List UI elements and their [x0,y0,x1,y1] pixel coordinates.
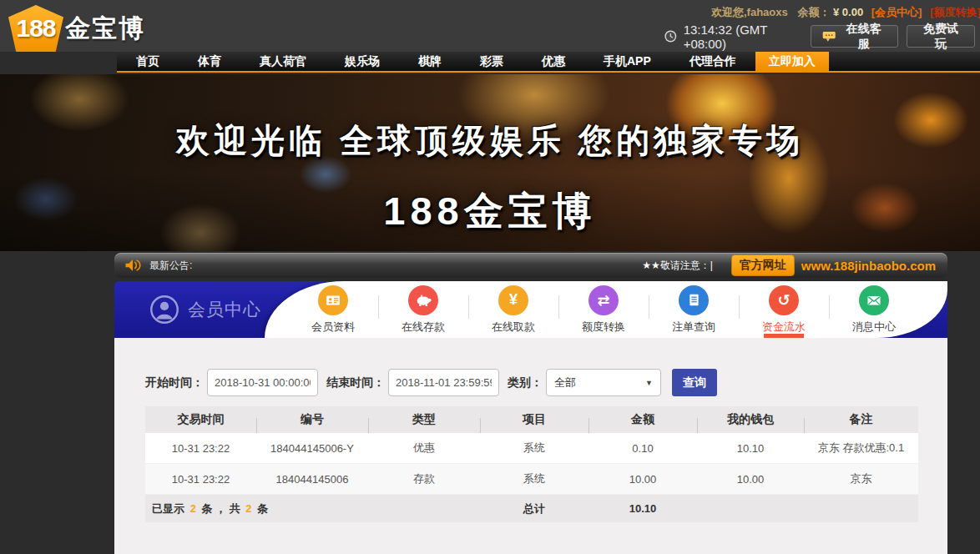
logo-number: 188 [16,14,55,43]
hero-banner: 欢迎光临 全球顶级娱乐 您的独家专场 188金宝博 [0,74,980,251]
tab-bet-records[interactable]: 注单查询 [649,281,739,338]
banner-brand: 188金宝博 [0,185,980,238]
cell-item: 系统 [480,471,589,486]
document-icon [679,285,709,315]
summary-part3: 条 [257,502,268,515]
announcement-label: 最新公告: [149,259,192,273]
official-site-button[interactable]: 官方网址 [731,254,795,276]
header-second-row: 13:14:32 (GMT +08:00) 在线客服 免费试玩 [664,25,975,48]
cell-wallet: 10.10 [697,442,804,455]
piggy-bank-icon [408,285,438,315]
cell-amount: 0.10 [589,442,697,455]
free-trial-button[interactable]: 免费试玩 [907,25,975,48]
total-amount: 10.10 [589,502,697,515]
nav-item-lottery[interactable]: 彩票 [461,52,523,71]
id-card-icon [318,285,348,315]
nav-item-mobile-app[interactable]: 手机APP [584,52,670,71]
welcome-text: 欢迎您,fahaoxs [711,6,788,18]
table-row: 10-31 23:22 184044145006 存款 系统 10.00 10.… [145,464,918,495]
end-time-input[interactable] [388,369,499,396]
clock-icon [664,29,678,43]
table-row: 10-31 23:22 184044145006-Y 优惠 系统 0.10 10… [145,433,918,464]
top-header: 188 金宝博 欢迎您,fahaoxs 余额： ¥ 0.00 [会员中心] [额… [0,0,980,52]
envelope-icon [859,285,889,315]
transfer-icon: ⇄ [589,285,619,315]
site-logo[interactable]: 188 金宝博 [8,5,145,52]
nav-item-board-games[interactable]: 棋牌 [399,52,461,71]
nav-item-sports[interactable]: 体育 [179,52,240,71]
tab-label: 会员资料 [311,320,355,335]
member-center-link[interactable]: [会员中心] [871,6,922,18]
col-header-remark: 备注 [804,412,918,427]
cell-id: 184044145006 [256,473,368,486]
nav-item-promotions[interactable]: 优惠 [523,52,584,71]
tab-credit-transfer[interactable]: ⇄ 额度转换 [558,281,649,338]
tab-online-deposit[interactable]: 在线存款 [378,281,468,338]
nav-item-casino[interactable]: 娱乐场 [326,52,399,71]
col-header-time: 交易时间 [145,412,256,427]
clock-time: 13:14:32 (GMT +08:00) [684,23,811,51]
balance-label: 余额： [797,6,830,18]
announcement-bar: 最新公告: ★★敬请注意：| 官方网址 www.188jinbaobo.com [114,253,947,278]
tab-label: 额度转换 [582,320,625,335]
col-header-id: 编号 [256,412,368,427]
logo-shield-icon: 188 [8,5,63,52]
records-count-summary: 已显示 2 条 ， 共 2 条 [145,501,480,516]
nav-item-home[interactable]: 首页 [117,52,179,71]
content-panel: 开始时间： 结束时间： 类别： 全部 ▼ 查询 交易时间 编号 类型 项目 金额… [114,338,947,554]
header-buttons: 在线客服 免费试玩 [811,25,975,48]
nav-item-live-dealer[interactable]: 真人荷官 [240,52,326,71]
cell-time: 10-31 23:22 [145,442,256,455]
history-icon: ↺ [769,285,799,315]
member-center-heading: 会员中心 [114,281,281,338]
tab-member-profile[interactable]: 会员资料 [288,281,378,338]
chat-icon [822,31,836,42]
col-header-item: 项目 [480,412,589,427]
summary-part1: 已显示 [152,502,184,515]
start-time-input[interactable] [207,369,318,396]
tab-label: 消息中心 [852,320,896,335]
tab-fund-records[interactable]: ↺ 资金流水 [739,281,829,338]
history-glyph: ↺ [777,291,790,310]
person-icon [149,295,179,325]
member-center-bar: 会员中心 会员资料 [114,281,947,338]
page: 188 金宝博 欢迎您,fahaoxs 余额： ¥ 0.00 [会员中心] [额… [0,0,980,554]
type-select[interactable]: 全部 ▼ [546,369,661,396]
announcement-notice: ★★敬请注意：| [642,259,713,273]
tab-label: 资金流水 [762,320,806,335]
summary-part2: 条 ， 共 [201,502,240,515]
end-time-label: 结束时间： [326,375,385,390]
tab-message-center[interactable]: 消息中心 [829,281,919,338]
logo-text: 金宝博 [65,12,145,46]
online-service-label: 在线客服 [841,22,887,52]
tab-label: 在线存款 [402,320,445,335]
credit-transfer-link[interactable]: [额度转换] [930,6,980,18]
balance-value: ¥ 0.00 [833,6,863,18]
col-header-type: 类型 [368,412,480,427]
cell-type: 优惠 [368,441,480,456]
member-tabs-panel: 会员资料 在线存款 [265,281,947,338]
total-label: 总计 [480,501,589,516]
tab-online-withdrawal[interactable]: ¥ 在线取款 [468,281,558,338]
transfer-glyph: ⇄ [597,291,609,310]
yuan-icon: ¥ [498,285,528,315]
nav-item-agent[interactable]: 代理合作 [670,52,755,71]
col-header-amount: 金额 [589,412,697,427]
yuan-glyph: ¥ [509,291,518,309]
online-service-button[interactable]: 在线客服 [811,25,898,48]
join-now-button[interactable]: 立即加入 [755,52,829,71]
banner-headline: 欢迎光临 全球顶级娱乐 您的独家专场 [0,118,980,164]
table-header-row: 交易时间 编号 类型 项目 金额 我的钱包 备注 [145,406,918,433]
official-site-url[interactable]: www.188jinbaobo.com [801,259,936,273]
cell-remark: 京东 [804,471,918,486]
member-center-title: 会员中心 [188,298,261,321]
query-button[interactable]: 查询 [672,369,717,396]
speaker-icon [124,258,141,273]
transactions-table: 交易时间 编号 类型 项目 金额 我的钱包 备注 10-31 23:22 184… [145,406,918,522]
cell-item: 系统 [480,441,589,456]
main-nav: 首页 体育 真人荷官 娱乐场 棋牌 彩票 优惠 手机APP 代理合作 立即加入 [117,52,980,73]
shown-count: 2 [188,502,199,515]
cell-id: 184044145006-Y [256,442,368,455]
start-time-label: 开始时间： [145,375,204,390]
clock: 13:14:32 (GMT +08:00) [664,23,811,51]
